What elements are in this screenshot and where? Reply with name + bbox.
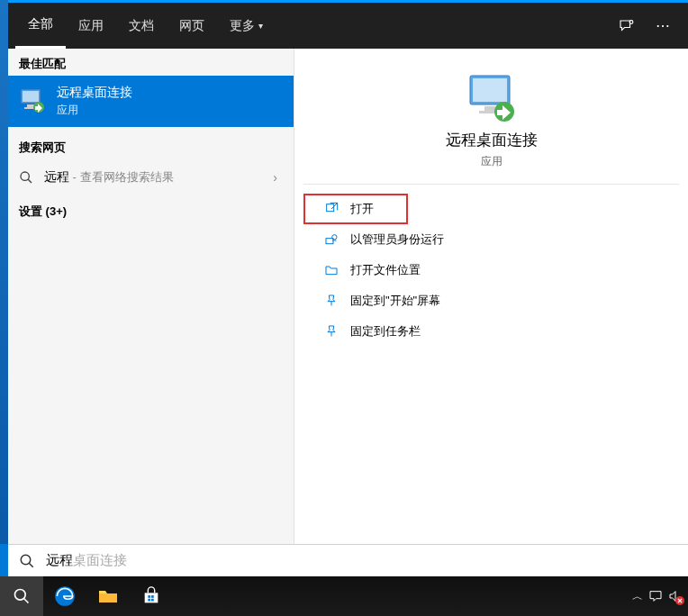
feedback-button[interactable]	[607, 18, 645, 34]
action-open[interactable]: 打开	[303, 194, 408, 224]
taskbar-edge-button[interactable]	[43, 576, 86, 616]
rdp-large-icon	[465, 74, 519, 121]
windows-search-panel: 全部 应用 文档 网页 更多 ▾ ⋯ 最佳匹配	[8, 0, 688, 544]
open-icon	[323, 202, 339, 216]
action-pin-start-label: 固定到"开始"屏幕	[350, 293, 440, 309]
best-match-item[interactable]: 远程桌面连接 应用	[8, 76, 294, 127]
action-pin-start[interactable]: 固定到"开始"屏幕	[303, 285, 679, 316]
tab-apps[interactable]: 应用	[66, 3, 116, 49]
best-match-subtitle: 应用	[57, 103, 132, 118]
svg-point-18	[15, 590, 26, 601]
detail-column: 远程桌面连接 应用 打开 以管理员身份运行	[294, 49, 688, 544]
svg-point-15	[332, 235, 337, 240]
taskbar-search-button[interactable]	[0, 576, 43, 616]
search-typed-text: 远程	[46, 552, 73, 569]
web-search-query: 远程	[44, 169, 69, 184]
svg-point-0	[629, 20, 633, 23]
svg-point-6	[21, 172, 29, 180]
svg-rect-22	[148, 595, 150, 598]
detail-title: 远程桌面连接	[303, 130, 679, 150]
svg-line-7	[28, 179, 32, 183]
store-icon	[141, 586, 161, 606]
taskbar-explorer-button[interactable]	[86, 576, 130, 616]
action-run-as-admin-label: 以管理员身份运行	[350, 231, 444, 248]
action-open-location-label: 打开文件位置	[350, 262, 421, 278]
action-list: 打开 以管理员身份运行 打开文件位置	[303, 194, 679, 347]
chevron-right-icon: ›	[273, 170, 277, 185]
best-match-header: 最佳匹配	[8, 49, 294, 76]
svg-rect-2	[23, 91, 39, 102]
search-input-bar[interactable]: 远程桌面连接	[8, 544, 688, 576]
svg-rect-25	[151, 599, 154, 602]
action-run-as-admin[interactable]: 以管理员身份运行	[303, 224, 679, 255]
folder-icon	[323, 263, 339, 277]
best-match-text: 远程桌面连接 应用	[57, 85, 132, 118]
taskbar-store-button[interactable]	[130, 576, 173, 616]
volume-muted-icon[interactable]	[668, 589, 683, 603]
search-icon	[13, 587, 31, 605]
tab-more[interactable]: 更多 ▾	[217, 3, 276, 49]
tab-web[interactable]: 网页	[167, 3, 217, 49]
action-open-location[interactable]: 打开文件位置	[303, 255, 679, 285]
svg-line-17	[29, 563, 33, 567]
folder-icon	[97, 585, 119, 607]
tab-more-label: 更多	[230, 18, 255, 34]
web-search-text: 远程 - 查看网络搜索结果	[44, 168, 174, 186]
action-center-icon[interactable]	[648, 589, 663, 603]
svg-point-16	[21, 555, 31, 565]
search-ghost-text: 桌面连接	[73, 552, 127, 569]
results-column: 最佳匹配 远程桌面连接 应用 搜	[8, 49, 294, 544]
web-search-hint: - 查看网络搜索结果	[69, 170, 174, 184]
svg-rect-24	[148, 599, 150, 602]
detail-subtitle: 应用	[303, 154, 679, 169]
svg-rect-23	[151, 595, 154, 598]
feedback-icon	[618, 18, 634, 34]
taskbar: ︿	[0, 576, 688, 616]
tab-all[interactable]: 全部	[15, 3, 66, 49]
tray-chevron-up-icon[interactable]: ︿	[632, 589, 643, 604]
settings-header[interactable]: 设置 (3+)	[8, 195, 294, 229]
svg-rect-9	[473, 78, 507, 102]
chevron-down-icon: ▾	[258, 21, 263, 31]
search-icon	[19, 553, 35, 569]
pin-icon	[323, 294, 339, 308]
search-tabs-bar: 全部 应用 文档 网页 更多 ▾ ⋯	[8, 3, 688, 49]
svg-rect-21	[99, 593, 117, 602]
web-search-item[interactable]: 远程 - 查看网络搜索结果 ›	[8, 159, 294, 195]
edge-icon	[53, 584, 77, 608]
ellipsis-icon: ⋯	[656, 18, 670, 33]
admin-icon	[323, 232, 339, 247]
desktop-background-sliver	[0, 0, 8, 544]
web-search-header: 搜索网页	[8, 132, 294, 159]
action-open-label: 打开	[350, 201, 374, 217]
pin-icon	[323, 324, 339, 339]
best-match-title: 远程桌面连接	[57, 85, 132, 101]
svg-rect-10	[484, 106, 495, 111]
action-pin-taskbar-label: 固定到任务栏	[350, 323, 421, 340]
detail-card: 远程桌面连接 应用	[303, 74, 679, 185]
search-body: 最佳匹配 远程桌面连接 应用 搜	[8, 49, 688, 544]
tab-docs[interactable]: 文档	[116, 3, 167, 49]
options-button[interactable]: ⋯	[645, 17, 681, 34]
system-tray: ︿	[632, 589, 688, 604]
search-icon	[19, 170, 33, 185]
svg-line-19	[24, 599, 29, 603]
svg-rect-14	[326, 239, 333, 244]
svg-rect-3	[27, 104, 34, 107]
action-pin-taskbar[interactable]: 固定到任务栏	[303, 316, 679, 347]
rdp-icon	[19, 87, 48, 116]
